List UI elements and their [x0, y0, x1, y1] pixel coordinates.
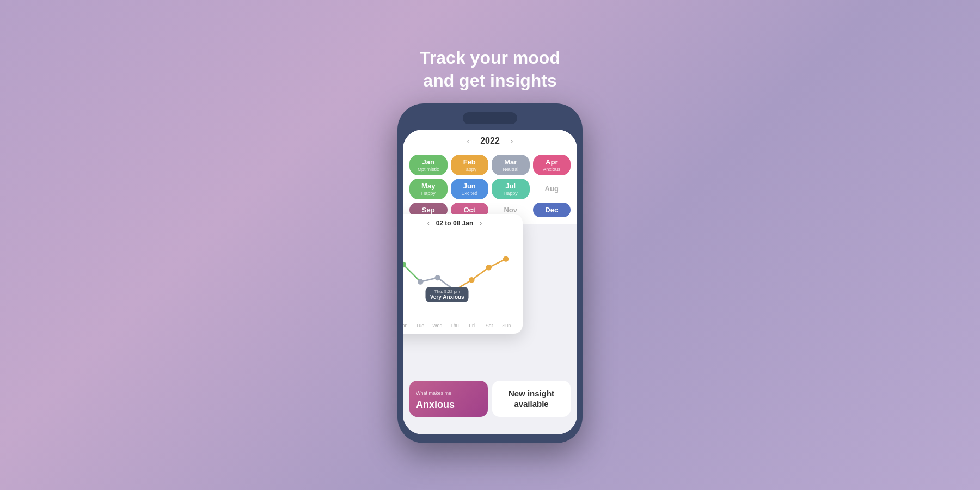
chart-date-range: 02 to 08 Jan [436, 219, 474, 227]
month-name: Nov [504, 206, 517, 214]
new-insight-card[interactable]: New insight available [492, 381, 571, 417]
month-name: Dec [545, 206, 558, 214]
month-name: Jan [422, 158, 434, 166]
month-pill-mar[interactable]: MarNeutral [492, 155, 530, 175]
month-name: Jun [463, 182, 476, 190]
month-name: Feb [463, 158, 476, 166]
month-mood: Happy [421, 191, 436, 196]
svg-point-12 [503, 256, 509, 261]
chart-prev-button[interactable]: ‹ [427, 219, 430, 227]
svg-point-8 [434, 275, 440, 280]
month-name: Apr [546, 158, 558, 166]
day-labels: MonTueWedThuFriSatSun [403, 321, 517, 328]
year-prev-button[interactable]: ‹ [467, 137, 470, 145]
svg-point-10 [469, 277, 474, 283]
mood-icon-bottom: ☺ [403, 309, 517, 318]
month-mood: Neutral [503, 167, 518, 172]
headline: Track your mood and get insights [420, 47, 560, 92]
month-name: May [421, 182, 435, 190]
month-pill-jul[interactable]: JulHappy [492, 179, 530, 199]
year-label: 2022 [480, 136, 500, 146]
svg-line-5 [489, 259, 506, 267]
month-name: Sep [422, 206, 435, 214]
month-grid: JanOptimisticFebHappyMarNeutralAprAnxiou… [403, 150, 577, 224]
anxious-insight-card[interactable]: What makes me Anxious [409, 381, 488, 417]
month-pill-apr[interactable]: AprAnxious [533, 155, 571, 175]
month-pill-may[interactable]: MayHappy [409, 179, 448, 199]
year-navigation: ‹ 2022 › [403, 130, 577, 150]
month-name: Mar [504, 158, 517, 166]
day-label-thu: Thu [446, 323, 463, 328]
month-name: Aug [545, 185, 559, 193]
day-label-fri: Fri [463, 323, 481, 328]
svg-line-4 [471, 267, 488, 280]
day-label-mon: Mon [403, 323, 412, 328]
phone-screen: ‹ 2022 › JanOptimisticFebHappyMarNeutral… [403, 130, 577, 434]
insight-mood-title: Anxious [416, 399, 481, 411]
new-insight-title: New insight available [499, 388, 564, 409]
svg-line-0 [403, 265, 420, 281]
mood-chart-svg [403, 243, 517, 309]
chart-card: ‹ 02 to 08 Jan › ☺ [403, 214, 523, 334]
day-label-wed: Wed [428, 323, 446, 328]
chart-area: Thu, 9:22 pm Very Anxious [403, 243, 517, 309]
year-next-button[interactable]: › [511, 137, 513, 145]
phone-notch [463, 112, 517, 124]
day-label-sun: Sun [498, 323, 515, 328]
month-mood: Happy [504, 191, 518, 196]
insight-card-label: What makes me [416, 390, 451, 396]
month-name: Jul [505, 182, 516, 190]
month-pill-aug[interactable]: Aug [533, 179, 571, 199]
month-mood: Excited [461, 191, 477, 196]
month-mood: Anxious [543, 167, 560, 172]
month-pill-jun[interactable]: JunExcited [451, 179, 489, 199]
month-pill-jan[interactable]: JanOptimistic [409, 155, 448, 175]
day-label-tue: Tue [412, 323, 429, 328]
svg-point-9 [451, 286, 458, 293]
phone-frame: ‹ 2022 › JanOptimisticFebHappyMarNeutral… [397, 103, 583, 443]
month-name: Oct [463, 206, 475, 214]
month-pill-feb[interactable]: FebHappy [451, 155, 489, 175]
svg-point-7 [418, 279, 423, 284]
chart-next-button[interactable]: › [480, 219, 482, 227]
month-pill-dec[interactable]: Dec [533, 203, 571, 217]
chart-navigation: ‹ 02 to 08 Jan › [403, 219, 517, 227]
mood-icon-top: ☺ [403, 231, 517, 241]
month-mood: Happy [462, 167, 476, 172]
bottom-cards: What makes me Anxious New insight availa… [403, 376, 577, 421]
month-mood: Optimistic [418, 167, 439, 172]
day-label-sat: Sat [481, 323, 498, 328]
svg-point-11 [486, 265, 492, 270]
